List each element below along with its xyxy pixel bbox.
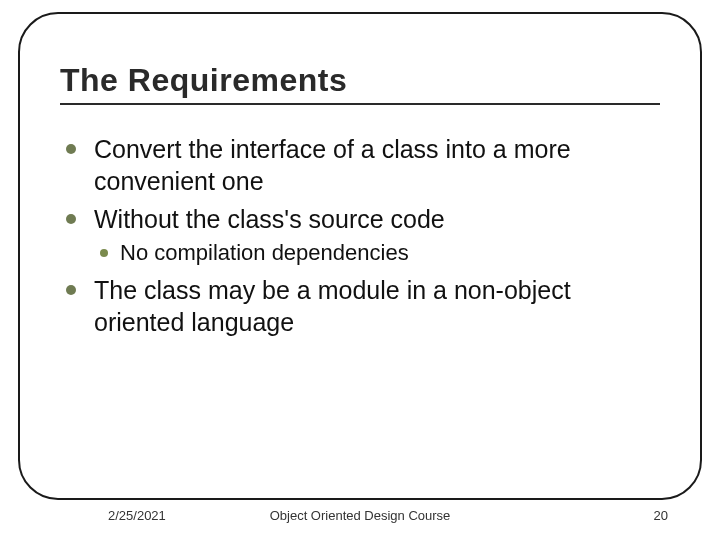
bullet-item: Convert the interface of a class into a … (62, 133, 660, 197)
sub-bullet-text: No compilation dependencies (120, 240, 409, 265)
sub-bullet-item: No compilation dependencies (94, 239, 660, 268)
bullet-text: Without the class's source code (94, 205, 445, 233)
slide-frame: The Requirements Convert the interface o… (18, 12, 702, 500)
bullet-item: The class may be a module in a non-objec… (62, 274, 660, 338)
bullet-text: Convert the interface of a class into a … (94, 135, 571, 195)
slide-title: The Requirements (60, 62, 660, 105)
bullet-item: Without the class's source code No compi… (62, 203, 660, 268)
bullet-text: The class may be a module in a non-objec… (94, 276, 571, 336)
bullet-list: Convert the interface of a class into a … (60, 133, 660, 338)
slide-content: The Requirements Convert the interface o… (20, 14, 700, 364)
slide-footer: 2/25/2021 Object Oriented Design Course … (0, 508, 720, 528)
footer-page-number: 20 (654, 508, 668, 523)
sub-bullet-list: No compilation dependencies (94, 239, 660, 268)
footer-date: 2/25/2021 (108, 508, 166, 523)
footer-course: Object Oriented Design Course (270, 508, 451, 523)
